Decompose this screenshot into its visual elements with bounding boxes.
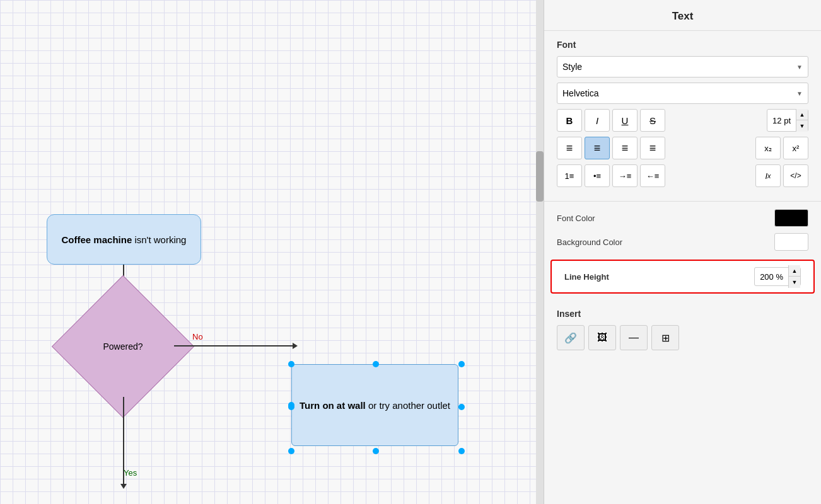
handle-bc[interactable] [373, 448, 379, 454]
font-color-swatch[interactable] [774, 209, 808, 227]
align-center-button[interactable]: ≡ [585, 137, 610, 159]
panel-title: Text [544, 0, 821, 31]
insert-table-button[interactable]: ⊞ [651, 325, 679, 350]
start-label-rest: isn't working [132, 234, 186, 245]
right-panel: Text Font Style ▼ Helvetica ▼ B I [544, 0, 821, 504]
italic-button[interactable]: I [585, 109, 610, 132]
clear-format-button[interactable]: Ix [755, 164, 781, 187]
line-height-section: Line Height 200 % ▲ ▼ [550, 260, 815, 294]
box-bold: Turn on at wall [300, 400, 366, 411]
font-dropdown-arrow: ▼ [796, 90, 803, 97]
arrow-right-1 [174, 345, 294, 346]
code-button[interactable]: </> [783, 164, 808, 187]
color-section: Font Color Background Color [544, 204, 821, 260]
font-size-stepper: ▲ ▼ [796, 109, 808, 132]
line-height-input-box: 200 % ▲ ▼ [754, 267, 801, 286]
line-height-label: Line Height [564, 272, 754, 282]
bg-color-label: Background Color [557, 238, 774, 247]
font-color-row: Font Color [557, 209, 808, 227]
selected-box[interactable]: Turn on at wall or try another outlet [291, 364, 458, 446]
diamond-container: Powered? [73, 296, 173, 397]
insert-image-button[interactable]: 🖼 [588, 325, 616, 350]
format-row-2: ≡ ≡ ≡ ≡ x₂ x² [557, 137, 808, 159]
bold-button[interactable]: B [557, 109, 582, 132]
label-no: No [192, 332, 203, 341]
font-size-up[interactable]: ▲ [796, 109, 808, 120]
line-height-up[interactable]: ▲ [789, 265, 800, 277]
format-row-1: B I U S 12 pt ▲ ▼ [557, 109, 808, 132]
handle-br[interactable] [458, 448, 465, 454]
divider-1 [544, 201, 821, 202]
style-dropdown-label: Style [562, 62, 582, 72]
bg-color-row: Background Color [557, 233, 808, 251]
font-size-box: 12 pt ▲ ▼ [767, 109, 808, 132]
font-section: Font Style ▼ Helvetica ▼ B I U [544, 31, 821, 201]
line-height-down[interactable]: ▼ [789, 277, 800, 288]
font-label: Font [557, 40, 808, 50]
insert-label: Insert [557, 309, 808, 319]
style-dropdown[interactable]: Style ▼ [557, 56, 808, 77]
insert-section: Insert 🔗 🖼 — ⊞ [544, 302, 821, 357]
align-right-button[interactable]: ≡ [612, 137, 638, 159]
handle-tc[interactable] [373, 361, 379, 367]
outdent-button[interactable]: ←≡ [640, 164, 665, 187]
font-color-label: Font Color [557, 214, 774, 223]
canvas[interactable]: Coffee machine isn't working Powered? No… [0, 0, 544, 504]
label-yes: Yes [124, 468, 137, 478]
subscript-button[interactable]: x₂ [755, 137, 781, 159]
insert-link-button[interactable]: 🔗 [557, 325, 585, 350]
handle-mr[interactable] [458, 404, 465, 410]
bg-color-swatch[interactable] [774, 233, 808, 251]
line-height-stepper: ▲ ▼ [788, 265, 800, 288]
box-rest: or try another outlet [366, 400, 450, 411]
diamond-label: Powered? [103, 341, 143, 352]
unordered-list-button[interactable]: •≡ [585, 164, 610, 187]
handle-tl[interactable] [288, 361, 294, 367]
format-row-3: 1≡ •≡ →≡ ←≡ Ix </> [557, 164, 808, 187]
superscript-button[interactable]: x² [783, 137, 808, 159]
canvas-scrollbar[interactable] [536, 0, 544, 504]
insert-row: 🔗 🖼 — ⊞ [557, 325, 808, 350]
start-box[interactable]: Coffee machine isn't working [47, 214, 201, 265]
align-left-button[interactable]: ≡ [557, 137, 582, 159]
font-size-value: 12 pt [767, 116, 796, 125]
font-dropdown-label: Helvetica [562, 88, 599, 98]
handle-tr[interactable] [458, 361, 465, 367]
indent-button[interactable]: →≡ [612, 164, 638, 187]
ordered-list-button[interactable]: 1≡ [557, 164, 582, 187]
underline-button[interactable]: U [612, 109, 638, 132]
font-size-down[interactable]: ▼ [796, 120, 808, 132]
scrollbar-thumb[interactable] [536, 151, 544, 202]
style-dropdown-row: Style ▼ [557, 56, 808, 77]
align-justify-button[interactable]: ≡ [640, 137, 665, 159]
start-label-bold: Coffee machine [62, 234, 132, 245]
font-dropdown-row: Helvetica ▼ [557, 83, 808, 104]
handle-bl[interactable] [288, 448, 294, 454]
arrow-connector-dot [288, 402, 294, 408]
insert-hr-button[interactable]: — [620, 325, 648, 350]
style-dropdown-arrow: ▼ [796, 64, 803, 71]
font-dropdown[interactable]: Helvetica ▼ [557, 83, 808, 104]
strikethrough-button[interactable]: S [640, 109, 665, 132]
line-height-value: 200 % [755, 272, 788, 282]
